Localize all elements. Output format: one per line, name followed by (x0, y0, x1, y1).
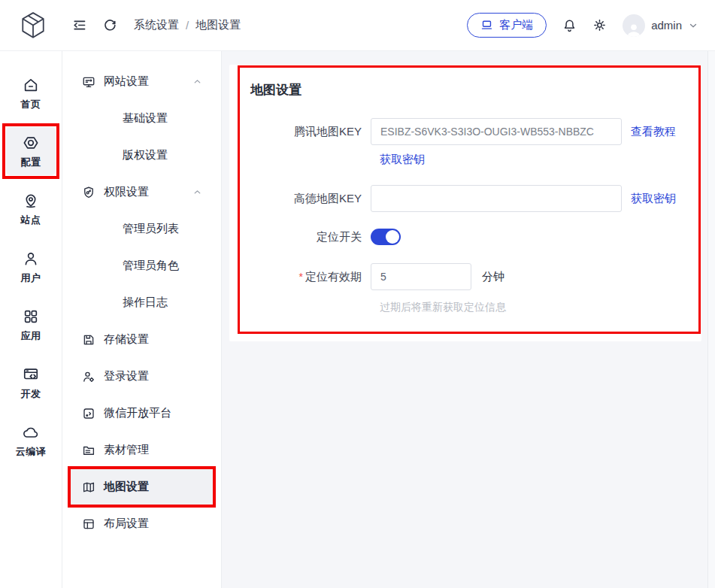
save-icon (82, 333, 95, 347)
sidebar-item-label: 云编译 (16, 445, 47, 459)
gear-icon settings-button[interactable] (592, 18, 607, 32)
map-settings-form: 腾讯地图KEY 查看教程 获取密钥 高德地图KEY 获取密钥 定位开关 (250, 118, 680, 314)
menu-item-label: 微信开放平台 (104, 406, 171, 420)
wechat-dev-icon (82, 407, 95, 420)
menu-item-website-settings[interactable]: 网站设置 (70, 63, 214, 100)
menu-item-map-settings[interactable]: 地图设置 (70, 468, 214, 505)
menu-item-copyright-settings[interactable]: 版权设置 (70, 137, 214, 174)
menu-item-label: 操作日志 (123, 296, 168, 310)
chevron-up-icon[interactable] (192, 77, 202, 86)
menu-item-admin-list[interactable]: 管理员列表 (70, 211, 214, 247)
icon-sidebar: 首页配置站点用户应用开发云编译 (0, 51, 62, 588)
shield-icon (82, 186, 95, 199)
tencent-key-row: 腾讯地图KEY 查看教程 (250, 118, 680, 145)
sidebar-item-label: 站点 (21, 214, 41, 227)
sidebar-item-label: 配置 (21, 156, 41, 169)
chevron-up-icon[interactable] (192, 187, 202, 197)
breadcrumb: 系统设置 / 地图设置 (134, 18, 241, 32)
sidebar-item-label: 用户 (21, 271, 41, 285)
menu-item-label: 版权设置 (123, 148, 168, 162)
menu-item-material-management[interactable]: 素材管理 (70, 432, 214, 468)
validity-unit: 分钟 (482, 270, 504, 284)
breadcrumb-item-system-settings[interactable]: 系统设置 (134, 18, 179, 32)
menu-item-label: 登录设置 (104, 369, 149, 383)
validity-row: *定位有效期 分钟 (250, 263, 680, 290)
sidebar-item-label: 首页 (21, 98, 41, 111)
menu-item-label: 网站设置 (104, 74, 149, 89)
tencent-key-input[interactable] (371, 118, 622, 145)
client-button[interactable]: 客户端 (467, 13, 547, 38)
scrollbar-gutter[interactable] (707, 51, 715, 588)
amap-key-input[interactable] (371, 185, 622, 212)
location-toggle-switch[interactable] (371, 229, 401, 245)
menu-item-admin-roles[interactable]: 管理员角色 (70, 247, 214, 284)
menu-item-label: 存储设置 (104, 332, 149, 347)
settings-submenu: 网站设置基础设置版权设置权限设置管理员列表管理员角色操作日志存储设置登录设置微信… (62, 51, 222, 588)
menu-item-layout-settings[interactable]: 布局设置 (70, 505, 214, 542)
top-header: 系统设置 / 地图设置 客户端 (0, 0, 715, 51)
sidebar-item-apps[interactable]: 应用 (6, 301, 56, 349)
breadcrumb-separator: / (186, 19, 189, 32)
toggle-knob (386, 230, 399, 244)
menu-item-wechat-open-platform[interactable]: 微信开放平台 (70, 395, 214, 432)
app-logo cube-logo-icon[interactable] (20, 11, 47, 40)
sidebar-item-site[interactable]: 站点 (6, 185, 56, 233)
sidebar-item-home[interactable]: 首页 (6, 69, 56, 117)
sidebar-item-user[interactable]: 用户 (6, 243, 56, 291)
validity-help-text: 过期后将重新获取定位信息 (380, 301, 680, 314)
refresh-icon[interactable] (103, 18, 117, 32)
collapse-menu-icon fold-icon[interactable] (72, 18, 86, 32)
chevron-down-icon (688, 20, 698, 31)
annotation-box-config (2, 123, 59, 179)
validity-input[interactable] (371, 263, 471, 290)
laptop-icon (480, 19, 493, 32)
sidebar-item-config[interactable]: 配置 (6, 127, 56, 175)
menu-item-permission-settings[interactable]: 权限设置 (70, 174, 214, 211)
username: admin (651, 19, 682, 32)
map-settings-panel: 地图设置 腾讯地图KEY 查看教程 获取密钥 高德地图KEY 获取密钥 定位开关 (229, 65, 701, 341)
nut-icon (23, 135, 39, 151)
menu-item-label: 布局设置 (104, 517, 149, 531)
panel-title: 地图设置 (250, 81, 680, 99)
folder-icon (82, 444, 95, 457)
user-menu[interactable]: admin (623, 14, 698, 37)
amap-key-label: 高德地图KEY (250, 192, 371, 206)
amap-get-key-link[interactable]: 获取密钥 (631, 192, 676, 206)
menu-item-label: 管理员角色 (123, 259, 179, 273)
map-icon (82, 480, 95, 494)
required-asterisk: * (299, 271, 303, 283)
view-tutorial-link[interactable]: 查看教程 (631, 125, 676, 139)
tencent-key-label: 腾讯地图KEY (250, 125, 371, 139)
menu-item-storage-settings[interactable]: 存储设置 (70, 321, 214, 358)
sidebar-item-cloud-build[interactable]: 云编译 (6, 417, 56, 465)
location-toggle-label: 定位开关 (250, 230, 371, 244)
breadcrumb-item-map-settings: 地图设置 (195, 18, 241, 32)
tencent-get-key-link[interactable]: 获取密钥 (380, 153, 425, 165)
menu-item-login-settings[interactable]: 登录设置 (70, 358, 214, 395)
menu-item-label: 素材管理 (104, 443, 149, 457)
validity-label: *定位有效期 (250, 270, 371, 284)
menu-item-basic-settings[interactable]: 基础设置 (70, 100, 214, 137)
home-icon (23, 77, 39, 93)
pin-icon (23, 192, 39, 209)
user-gear-icon (82, 370, 95, 383)
monitor-icon (82, 75, 95, 89)
amap-key-row: 高德地图KEY 获取密钥 (250, 185, 680, 212)
user-icon (23, 250, 39, 267)
bell-icon notifications-button[interactable] (562, 18, 577, 33)
sidebar-item-dev[interactable]: 开发 (6, 359, 56, 407)
menu-item-label: 管理员列表 (123, 222, 179, 236)
sidebar-item-label: 应用 (21, 329, 41, 343)
sidebar-item-label: 开发 (21, 387, 41, 401)
avatar (623, 14, 645, 37)
main-content: 地图设置 腾讯地图KEY 查看教程 获取密钥 高德地图KEY 获取密钥 定位开关 (222, 51, 707, 588)
location-toggle-row: 定位开关 (250, 229, 680, 245)
tencent-get-key-row: 获取密钥 (380, 153, 680, 167)
menu-item-label: 权限设置 (104, 185, 149, 199)
client-button-label: 客户端 (499, 18, 533, 32)
dev-icon (23, 366, 39, 383)
layout-icon (82, 517, 95, 531)
menu-item-label: 地图设置 (104, 480, 149, 494)
menu-item-label: 基础设置 (123, 111, 168, 126)
menu-item-operation-logs[interactable]: 操作日志 (70, 284, 214, 321)
